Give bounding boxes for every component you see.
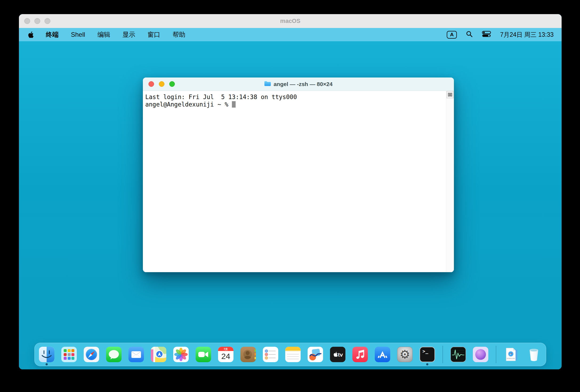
menu-bar-status: A 7月24日 周三 13:33 — [447, 31, 554, 39]
dock-icon-finder[interactable] — [39, 347, 54, 362]
dock-icon-system-settings[interactable]: ⚙ — [397, 347, 413, 362]
terminal-prompt-line: angel@Angeldexuniji ~ % — [145, 101, 443, 108]
terminal-titlebar[interactable]: angel — -zsh — 80×24 — [143, 77, 454, 91]
input-source-icon[interactable]: A — [447, 31, 457, 39]
svg-text:7月: 7月 — [224, 348, 228, 351]
dock-icon-mail[interactable] — [128, 347, 144, 362]
dock-icon-activity-monitor[interactable] — [450, 347, 466, 362]
menu-bar-menus: 终端Shell编辑显示窗口帮助 — [28, 30, 185, 39]
dock-icon-notes[interactable] — [285, 347, 301, 362]
terminal-output: Last login: Fri Jul 5 13:14:38 on ttys00… — [143, 91, 454, 108]
siri-orb — [475, 349, 486, 360]
menubar-item-4[interactable]: 窗口 — [147, 30, 160, 39]
svg-text:24: 24 — [221, 352, 230, 361]
macos-vm-window: macOS 终端Shell编辑显示窗口帮助 A — [19, 14, 562, 369]
dock-icon-freeform[interactable] — [308, 347, 323, 362]
dock-icon-music[interactable] — [352, 347, 368, 362]
input-source-label: A — [450, 32, 454, 38]
terminal-prompt: angel@Angeldexuniji ~ % — [145, 101, 232, 108]
terminal-window-controls — [148, 77, 175, 91]
menubar-item-5[interactable]: 帮助 — [172, 30, 185, 39]
dock-icon-messages[interactable] — [106, 347, 122, 362]
dock-icon-trash[interactable] — [526, 347, 542, 362]
dock-icon-terminal[interactable]: >_ — [420, 347, 435, 362]
terminal-cursor — [232, 101, 236, 108]
screen: macOS 终端Shell编辑显示窗口帮助 A — [0, 0, 580, 392]
menubar-item-3[interactable]: 显示 — [122, 30, 135, 39]
minimize-button[interactable] — [159, 81, 164, 87]
dock-icon-facetime[interactable] — [196, 347, 211, 362]
dock-icon-photos[interactable] — [173, 347, 189, 362]
vm-window-controls — [24, 14, 50, 28]
gear-icon: ⚙ — [400, 349, 410, 360]
dock-icon-safari[interactable] — [84, 347, 99, 362]
dock-icon-maps[interactable] — [151, 347, 166, 362]
terminal-title: angel — -zsh — 80×24 — [264, 81, 332, 88]
dock: 7月 24 — [34, 343, 546, 366]
scrollback-marker-button[interactable] — [446, 91, 454, 98]
dock-icon-app-store[interactable] — [375, 347, 390, 362]
menu-bar: 终端Shell编辑显示窗口帮助 A 7月24日 周三 13:33 — [19, 28, 562, 41]
dock-icon-launchpad[interactable] — [61, 347, 77, 362]
svg-text:tv: tv — [338, 352, 343, 358]
vm-titlebar[interactable]: macOS — [19, 14, 562, 28]
terminal-line: Last login: Fri Jul 5 13:14:38 on ttys00… — [145, 93, 443, 101]
dock-icon-siri[interactable] — [473, 347, 488, 362]
folder-icon — [264, 81, 271, 88]
running-indicator — [426, 363, 428, 365]
control-center-icon[interactable] — [482, 31, 491, 38]
terminal-content[interactable]: Last login: Fri Jul 5 13:14:38 on ttys00… — [143, 91, 454, 272]
terminal-window[interactable]: angel — -zsh — 80×24 Last login: Fri Jul… — [143, 77, 454, 272]
vm-window-title: macOS — [19, 18, 562, 24]
terminal-title-text: angel — -zsh — 80×24 — [273, 81, 332, 87]
apple-menu[interactable] — [28, 31, 34, 38]
zoom-button[interactable] — [169, 81, 175, 87]
vm-close-button[interactable] — [24, 18, 30, 24]
dock-divider — [496, 346, 496, 363]
menubar-item-2[interactable]: 编辑 — [97, 30, 110, 39]
dock-divider — [442, 346, 443, 363]
search-icon[interactable] — [466, 31, 473, 39]
dock-icon-contacts[interactable] — [240, 347, 256, 362]
close-button[interactable] — [148, 81, 154, 87]
menubar-item-1[interactable]: Shell — [71, 31, 85, 38]
menubar-item-0[interactable]: 终端 — [46, 30, 59, 39]
desktop[interactable]: angel — -zsh — 80×24 Last login: Fri Jul… — [19, 41, 562, 369]
running-indicator — [46, 363, 48, 365]
svg-text:DOWNLOAD: DOWNLOAD — [507, 358, 515, 359]
dock-icon-reminders[interactable] — [263, 347, 278, 362]
menu-bar-clock[interactable]: 7月24日 周三 13:33 — [500, 31, 554, 39]
vm-zoom-button[interactable] — [45, 18, 50, 24]
vm-minimize-button[interactable] — [34, 18, 40, 24]
scrollbar[interactable] — [446, 91, 454, 272]
dock-icon-downloads[interactable]: DOWNLOAD — [504, 347, 519, 362]
dock-icon-apple-tv[interactable]: tv — [330, 347, 345, 362]
dock-icon-calendar[interactable]: 7月 24 — [218, 347, 233, 362]
rows-icon — [448, 93, 452, 96]
